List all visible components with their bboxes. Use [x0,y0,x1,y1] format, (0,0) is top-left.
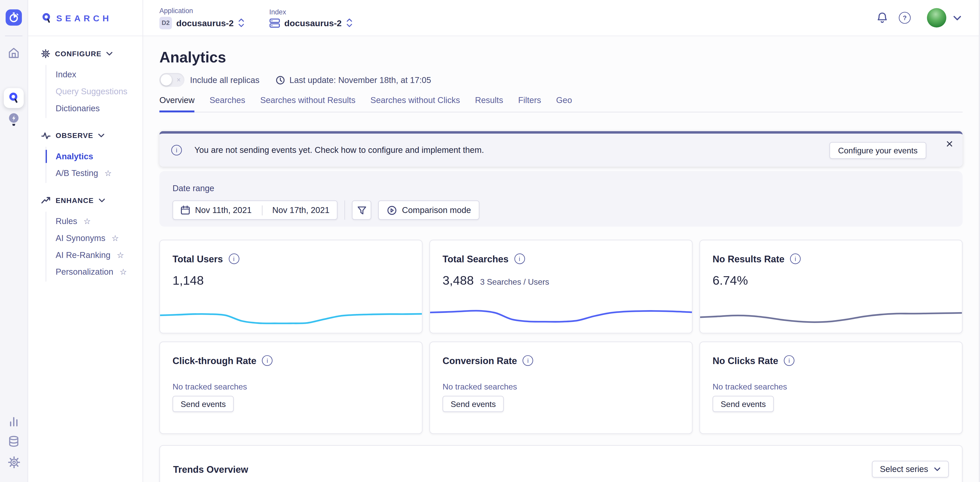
configure-events-button[interactable]: Configure your events [829,142,926,159]
index-select[interactable]: docusaurus-2 [269,18,352,28]
sidebar-item-label: Query Suggestions [56,87,127,96]
index-label: Index [269,8,352,15]
card-title: Conversion Rate [442,355,517,366]
tab-searches-without-clicks[interactable]: Searches without Clicks [371,95,460,112]
application-value: docusaurus-2 [176,18,234,28]
comparison-mode-button[interactable]: Comparison mode [379,200,480,220]
sidebar-item-ai-synonyms[interactable]: AI Synonyms ☆ [56,230,143,247]
chevron-down-icon [934,467,941,471]
date-range-label: Date range [173,184,950,193]
search-product-nav[interactable] [4,88,24,108]
scrollbar-track[interactable] [979,0,980,482]
sidebar-item-index[interactable]: Index [56,66,143,83]
star-icon[interactable]: ☆ [105,169,111,178]
application-badge: D2 [159,16,172,29]
funnel-icon [357,206,366,214]
info-icon[interactable]: i [784,355,794,366]
select-series-button[interactable]: Select series [872,461,949,478]
info-icon[interactable]: i [228,254,239,264]
gear-icon [8,456,19,468]
no-tracked-searches-note: No tracked searches [713,382,950,391]
include-replicas-toggle[interactable]: × [159,73,185,87]
total-searches-card: Total Searches i 3,488 3 Searches / User… [429,240,692,333]
home-nav[interactable] [0,47,27,59]
info-icon[interactable]: i [523,355,533,366]
pulse-icon [41,132,51,140]
close-icon[interactable]: × [943,135,956,152]
configure-section-header[interactable]: CONFIGURE [41,48,143,59]
sidebar-section-enhance: ENHANCE Rules ☆ AI Synonyms ☆ AI Re-Rank… [28,195,143,282]
tab-searches[interactable]: Searches [210,95,245,112]
click-through-rate-card: Click-through Rate i No tracked searches… [159,341,423,434]
stopwatch-icon [8,12,19,23]
info-icon[interactable]: i [262,355,273,366]
star-icon[interactable]: ☆ [119,268,127,276]
user-avatar[interactable] [927,8,946,27]
card-title: Total Users [173,254,223,264]
card-title: Click-through Rate [173,355,256,366]
enhance-section-header[interactable]: ENHANCE [41,195,143,206]
analytics-rail-nav[interactable] [0,416,27,427]
application-select[interactable]: D2 docusaurus-2 [159,16,244,29]
tab-searches-without-results[interactable]: Searches without Results [260,95,355,112]
chevron-down-icon [107,52,113,56]
observe-section-label: OBSERVE [56,132,93,139]
include-replicas-label: Include all replicas [190,75,259,84]
sidebar: SEARCH CONFIGURE [28,0,143,482]
sidebar-item-analytics[interactable]: Analytics [56,148,143,165]
tab-filters[interactable]: Filters [518,95,541,112]
star-icon[interactable]: ☆ [111,234,119,242]
banner-message: You are not sending events yet. Check ho… [194,146,484,155]
toggle-off-x-icon: × [177,76,181,83]
no-results-rate-card: No Results Rate i 6.74% [699,240,963,333]
star-icon[interactable]: ☆ [117,251,124,259]
sidebar-item-ab-testing[interactable]: A/B Testing ☆ [56,165,143,182]
settings-rail-nav[interactable] [0,456,27,468]
analytics-dashboard: SEARCH CONFIGURE [0,0,980,482]
filter-button[interactable] [352,200,371,220]
index-value: docusaurus-2 [284,18,342,28]
send-events-button[interactable]: Send events [442,396,504,412]
sidebar-item-label: AI Re-Ranking [56,250,110,260]
tab-results[interactable]: Results [475,95,503,112]
current-app-icon[interactable] [6,9,22,25]
total-searches-sparkline [430,302,692,329]
recommend-product-nav[interactable] [0,112,27,127]
send-events-button[interactable]: Send events [173,396,234,412]
search-logo-icon [41,12,52,24]
index-icon [269,18,280,28]
sidebar-item-ai-reranking[interactable]: AI Re-Ranking ☆ [56,247,143,263]
sidebar-section-observe: OBSERVE Analytics A/B Testing ☆ [28,130,143,183]
trends-overview-title: Trends Overview [173,464,248,474]
help-button[interactable]: ? [899,12,910,24]
send-events-button[interactable]: Send events [713,396,774,412]
topbar-actions: ? [877,8,980,27]
observe-section-header[interactable]: OBSERVE [41,130,143,141]
comparison-mode-label: Comparison mode [402,205,471,214]
no-clicks-rate-card: No Clicks Rate i No tracked searches Sen… [699,341,963,434]
sidebar-item-personalization[interactable]: Personalization ☆ [56,263,143,280]
question-mark-icon: ? [903,14,907,21]
home-icon [8,47,20,59]
user-menu-chevron-icon[interactable] [953,16,961,20]
data-rail-nav[interactable] [0,435,27,448]
info-icon[interactable]: i [790,254,801,264]
sidebar-section-configure: CONFIGURE Index Query Suggestions Dictio… [28,48,143,118]
star-icon[interactable]: ☆ [83,217,91,225]
date-range-button[interactable]: Nov 11th, 2021 Nov 17th, 2021 [173,200,338,220]
card-title: Total Searches [442,254,509,264]
play-circle-icon [387,205,397,215]
tab-overview[interactable]: Overview [159,95,195,112]
toggle-knob [161,74,172,86]
info-icon[interactable]: i [514,254,525,264]
sidebar-item-query-suggestions[interactable]: Query Suggestions [56,83,143,100]
observe-items: Analytics A/B Testing ☆ [46,147,143,183]
notifications-button[interactable] [877,11,888,24]
sidebar-item-label: Index [56,70,76,79]
no-tracked-searches-note: No tracked searches [442,382,679,391]
search-logo[interactable]: SEARCH [28,0,143,36]
tab-geo[interactable]: Geo [556,95,572,112]
sidebar-item-dictionaries[interactable]: Dictionaries [56,100,143,117]
gear-icon [41,49,50,58]
sidebar-item-rules[interactable]: Rules ☆ [56,213,143,230]
